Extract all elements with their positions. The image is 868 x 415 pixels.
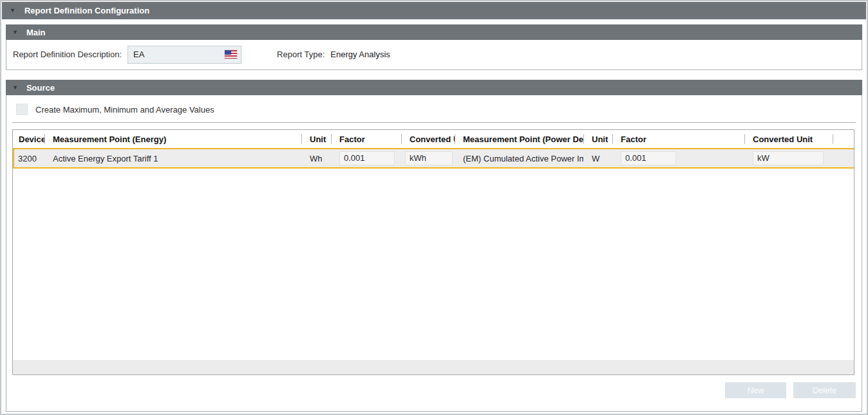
main-panel-body: Report Definition Description: EA Report… (6, 39, 862, 69)
cell-device: 3200 (14, 149, 44, 168)
column-header-device: Device (14, 130, 44, 149)
collapse-arrow-icon: ▼ (12, 30, 18, 35)
measurement-points-table: Device Measurement Point (Energy) Unit F… (12, 129, 854, 375)
column-header-mp-power-demand: Measurement Point (Power Demand) (455, 130, 583, 149)
main-panel: ▼ Main Report Definition Description: EA… (6, 24, 862, 70)
cell-filler (833, 149, 854, 168)
column-header-unit-power: Unit (583, 130, 612, 149)
table-horizontal-scrollbar[interactable] (13, 360, 854, 374)
cell-mp-power: (EM) Cumulated Active Power Import (455, 149, 583, 168)
us-flag-icon[interactable] (224, 50, 238, 59)
cell-mp-energy: Active Energy Export Tariff 1 (44, 149, 301, 168)
column-header-factor-power: Factor (612, 130, 744, 149)
collapse-arrow-icon: ▼ (12, 85, 18, 91)
create-min-max-avg-checkbox[interactable] (16, 104, 28, 115)
cell-unit-power: W (583, 149, 612, 168)
column-header-filler (833, 130, 854, 149)
section-header-report-definition-configuration[interactable]: ▼ Report Definition Configuration (2, 2, 866, 19)
main-section-title: Main (26, 28, 46, 37)
description-label: Report Definition Description: (13, 50, 122, 59)
section-header-main[interactable]: ▼ Main (6, 24, 862, 40)
cell-converted-unit-power-input[interactable]: kW (753, 151, 824, 165)
report-type-value: Energy Analysis (330, 50, 390, 59)
cell-factor-power-input[interactable]: 0.001 (621, 151, 676, 165)
description-input[interactable]: EA (127, 46, 241, 64)
horizontal-divider (12, 122, 856, 123)
source-panel: ▼ Source Create Maximum, Minimum and Ave… (6, 80, 862, 412)
page-title: Report Definition Configuration (24, 6, 149, 15)
cell-converted-unit-energy-input[interactable]: kWh (405, 151, 453, 165)
create-values-option: Create Maximum, Minimum and Average Valu… (16, 104, 862, 115)
content-area: ▼ Main Report Definition Description: EA… (1, 19, 867, 412)
column-header-factor-energy: Factor (331, 130, 401, 149)
column-header-mp-energy: Measurement Point (Energy) (44, 130, 301, 149)
column-header-unit-energy: Unit (301, 130, 331, 149)
cell-factor-energy-input[interactable]: 0.001 (339, 151, 395, 165)
report-type-label: Report Type: (277, 50, 325, 59)
table-actions: New Delete (6, 382, 856, 398)
collapse-arrow-icon: ▼ (10, 8, 15, 14)
delete-button[interactable]: Delete (793, 382, 856, 398)
source-panel-body: Create Maximum, Minimum and Average Valu… (6, 104, 862, 411)
report-definition-configuration-window: ▼ Report Definition Configuration ▼ Main… (0, 0, 868, 415)
description-value: EA (133, 50, 224, 59)
new-button[interactable]: New (725, 382, 786, 398)
section-header-source[interactable]: ▼ Source (6, 80, 862, 95)
table-row[interactable]: 3200 Active Energy Export Tariff 1 Wh 0.… (14, 149, 854, 168)
column-header-converted-unit-power: Converted Unit (744, 130, 833, 149)
create-min-max-avg-label: Create Maximum, Minimum and Average Valu… (35, 105, 214, 115)
table-header-row: Device Measurement Point (Energy) Unit F… (14, 130, 854, 149)
cell-unit-energy: Wh (301, 149, 331, 168)
column-header-converted-unit-energy: Converted Unit (401, 130, 455, 149)
source-section-title: Source (26, 83, 55, 93)
